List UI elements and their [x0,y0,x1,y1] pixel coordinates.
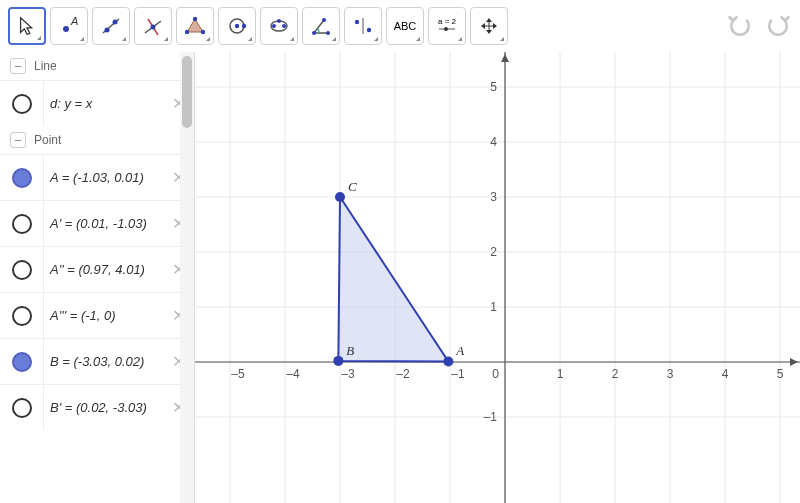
svg-point-18 [277,19,281,23]
reflect-icon [352,15,374,37]
svg-text:–5: –5 [231,367,245,381]
line-icon [100,15,122,37]
item-expression: A''' = (-1, 0) [44,308,172,323]
svg-point-20 [322,18,326,22]
algebra-panel: −Line d: y = x ✕−Point A = (-1.03, 0.01)… [0,52,195,503]
graphics-view[interactable]: –5–4–3–2–1012345–1123456ABC [195,52,800,503]
ellipse-tool[interactable] [260,7,298,45]
move-view-tool[interactable] [470,7,508,45]
polygon-icon [184,15,206,37]
visibility-circle-icon [12,214,32,234]
svg-text:–4: –4 [286,367,300,381]
svg-text:4: 4 [722,367,729,381]
visibility-circle-icon [12,94,32,114]
item-expression: A' = (0.01, -1.03) [44,216,172,231]
angle-tool[interactable] [302,7,340,45]
text-tool[interactable]: ABC [386,7,424,45]
undo-button[interactable] [726,12,754,40]
cursor-icon [16,15,38,37]
svg-point-16 [272,24,276,28]
svg-point-14 [242,24,246,28]
svg-point-0 [63,26,69,32]
circle-point-tool[interactable] [218,7,256,45]
algebra-item[interactable]: d: y = x ✕ [0,80,194,126]
item-expression: A = (-1.03, 0.01) [44,170,172,185]
visibility-toggle[interactable] [0,247,44,292]
visibility-toggle[interactable] [0,201,44,246]
svg-point-23 [355,20,359,24]
svg-point-3 [105,28,110,33]
svg-point-13 [235,24,239,28]
slider-tool[interactable]: a = 2 [428,7,466,45]
svg-text:–3: –3 [341,367,355,381]
visibility-toggle[interactable] [0,339,44,384]
svg-text:3: 3 [667,367,674,381]
svg-marker-52 [501,54,509,62]
visibility-toggle[interactable] [0,293,44,338]
svg-marker-50 [790,358,798,366]
redo-button[interactable] [764,12,792,40]
collapse-icon[interactable]: − [10,132,26,148]
point-B[interactable] [333,356,343,366]
algebra-item[interactable]: A''' = (-1, 0) ✕ [0,292,194,338]
svg-text:2: 2 [490,245,497,259]
ellipse-icon [268,15,290,37]
section-header-point[interactable]: −Point [0,126,194,154]
svg-point-4 [113,20,118,25]
algebra-scrollbar[interactable] [180,52,194,503]
visibility-circle-icon [12,352,32,372]
perpendicular-icon [142,15,164,37]
visibility-toggle[interactable] [0,81,44,126]
collapse-icon[interactable]: − [10,58,26,74]
reflect-tool[interactable] [344,7,382,45]
scrollbar-thumb[interactable] [182,56,192,128]
svg-text:–1: –1 [484,410,498,424]
algebra-item[interactable]: B' = (0.02, -3.03) ✕ [0,384,194,430]
svg-text:A: A [70,15,78,27]
point-tool[interactable]: A [50,7,88,45]
svg-point-24 [367,28,371,32]
point-icon: A [58,15,80,37]
move-tool[interactable] [8,7,46,45]
svg-text:2: 2 [612,367,619,381]
svg-text:–1: –1 [451,367,465,381]
section-label: Line [34,59,57,73]
visibility-circle-icon [12,168,32,188]
svg-text:5: 5 [777,367,784,381]
triangle-shape[interactable] [338,197,448,361]
point-label-C: C [348,179,357,194]
point-label-A: A [455,343,464,358]
point-A[interactable] [443,356,453,366]
svg-text:5: 5 [490,80,497,94]
item-expression: d: y = x [44,96,172,111]
item-expression: B = (-3.03, 0.02) [44,354,172,369]
item-expression: B' = (0.02, -3.03) [44,400,172,415]
section-header-line[interactable]: −Line [0,52,194,80]
algebra-item[interactable]: A' = (0.01, -1.03) ✕ [0,200,194,246]
svg-text:1: 1 [557,367,564,381]
svg-text:4: 4 [490,135,497,149]
visibility-circle-icon [12,260,32,280]
line-tool[interactable] [92,7,130,45]
text-icon: ABC [394,20,417,32]
algebra-item[interactable]: A = (-1.03, 0.01) ✕ [0,154,194,200]
algebra-item[interactable]: A'' = (0.97, 4.01) ✕ [0,246,194,292]
move-arrows-icon [478,15,500,37]
perpendicular-tool[interactable] [134,7,172,45]
visibility-circle-icon [12,306,32,326]
visibility-toggle[interactable] [0,155,44,200]
svg-point-21 [326,31,330,35]
point-label-B: B [346,343,354,358]
visibility-toggle[interactable] [0,385,44,430]
point-C[interactable] [335,192,345,202]
svg-point-17 [282,24,286,28]
svg-text:–2: –2 [396,367,410,381]
algebra-item[interactable]: B = (-3.03, 0.02) ✕ [0,338,194,384]
polygon-tool[interactable] [176,7,214,45]
svg-point-7 [151,25,156,30]
svg-text:0: 0 [492,367,499,381]
svg-point-9 [193,17,197,21]
svg-text:3: 3 [490,190,497,204]
slider-icon: a = 2 [438,18,456,34]
angle-icon [310,15,332,37]
